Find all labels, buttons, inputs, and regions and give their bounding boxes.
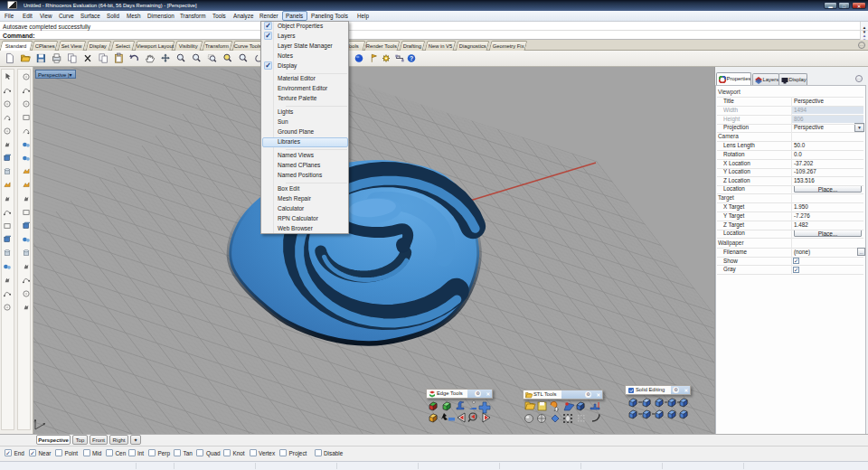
svg-text:?: ? [410,55,413,61]
